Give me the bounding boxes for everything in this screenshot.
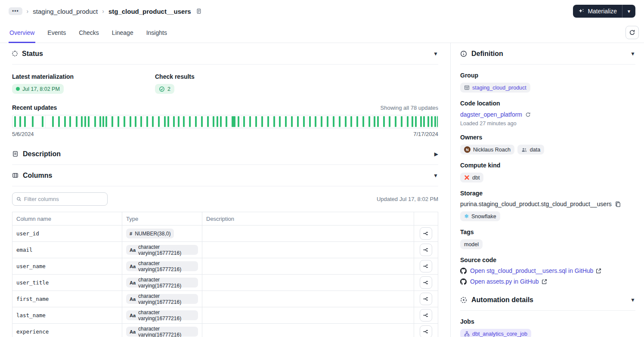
column-lineage-button[interactable] xyxy=(420,244,432,256)
materialization-tick[interactable] xyxy=(140,116,142,127)
tab-insights[interactable]: Insights xyxy=(146,25,168,43)
materialization-tick[interactable] xyxy=(94,116,96,127)
materialization-tick[interactable] xyxy=(32,116,34,127)
materialization-tick[interactable] xyxy=(401,116,402,127)
description-expand-chevron-icon[interactable]: ▶ xyxy=(434,151,438,157)
materialization-tick[interactable] xyxy=(420,116,422,127)
tab-lineage[interactable]: Lineage xyxy=(111,25,134,43)
materialization-tick[interactable] xyxy=(164,116,166,127)
tab-checks[interactable]: Checks xyxy=(78,25,100,43)
materialization-tick[interactable] xyxy=(315,116,316,127)
column-lineage-button[interactable] xyxy=(420,325,432,337)
materialization-tick[interactable] xyxy=(423,116,425,127)
materialization-tick[interactable] xyxy=(201,116,203,127)
materialization-tick[interactable] xyxy=(273,116,275,127)
materialization-tick[interactable] xyxy=(58,116,60,127)
materialization-tick[interactable] xyxy=(339,116,341,127)
status-collapse-chevron-icon[interactable]: ▼ xyxy=(433,51,438,57)
materialization-tick[interactable] xyxy=(111,116,113,127)
materialization-tick[interactable] xyxy=(167,116,169,127)
materialization-tick[interactable] xyxy=(383,116,385,127)
materialization-tick[interactable] xyxy=(350,116,352,127)
definition-collapse-chevron-icon[interactable]: ▼ xyxy=(630,51,635,57)
copy-asset-name-icon[interactable] xyxy=(195,8,202,15)
column-lineage-button[interactable] xyxy=(420,309,432,322)
materialization-tick[interactable] xyxy=(261,116,263,127)
materialization-tick[interactable] xyxy=(178,116,180,127)
materialization-tick[interactable] xyxy=(232,116,235,127)
materialization-tick[interactable] xyxy=(130,116,131,127)
automation-collapse-chevron-icon[interactable]: ▼ xyxy=(630,297,635,303)
materialization-tick[interactable] xyxy=(217,116,218,127)
materialization-tick[interactable] xyxy=(146,116,148,127)
materialization-tick[interactable] xyxy=(84,116,86,127)
materialization-tick[interactable] xyxy=(99,116,101,127)
latest-materialization-badge[interactable]: Jul 17, 8:02 PM xyxy=(12,84,64,94)
owner-team-badge[interactable]: data xyxy=(517,145,544,155)
materialization-tick[interactable] xyxy=(88,116,90,127)
materialization-tick[interactable] xyxy=(183,116,185,127)
materialization-tick[interactable] xyxy=(434,116,436,127)
materialization-tick[interactable] xyxy=(368,116,370,127)
tag-badge[interactable]: model xyxy=(460,239,483,249)
materialize-dropdown-button[interactable]: ▼ xyxy=(622,5,635,18)
recent-updates-timeline[interactable] xyxy=(12,115,438,128)
materialization-tick[interactable] xyxy=(267,116,269,127)
materialization-tick[interactable] xyxy=(377,116,379,127)
materialization-tick[interactable] xyxy=(374,116,375,127)
compute-kind-badge[interactable]: dbt xyxy=(460,173,483,182)
columns-collapse-chevron-icon[interactable]: ▼ xyxy=(433,173,438,179)
check-results-badge[interactable]: 2 xyxy=(155,84,174,94)
materialization-tick[interactable] xyxy=(412,116,413,127)
materialization-tick[interactable] xyxy=(81,116,83,127)
owner-user-badge[interactable]: N Nicklaus Roach xyxy=(460,145,514,155)
materialization-tick[interactable] xyxy=(42,116,43,127)
filter-columns-field[interactable] xyxy=(12,192,108,206)
materialization-tick[interactable] xyxy=(195,116,197,127)
storage-kind-badge[interactable]: ❄ Snowflake xyxy=(460,211,500,221)
column-lineage-button[interactable] xyxy=(420,293,432,305)
materialization-tick[interactable] xyxy=(285,116,287,127)
github-source-link[interactable]: Open assets.py in GitHub xyxy=(470,278,547,285)
materialization-tick[interactable] xyxy=(19,116,21,127)
materialization-tick[interactable] xyxy=(395,116,396,127)
materialization-tick[interactable] xyxy=(427,116,429,127)
materialization-tick[interactable] xyxy=(297,116,299,127)
materialization-tick[interactable] xyxy=(124,116,125,127)
materialization-tick[interactable] xyxy=(249,116,251,127)
breadcrumb-group-link[interactable]: staging_cloud_product xyxy=(33,8,98,15)
materialization-tick[interactable] xyxy=(213,116,214,127)
copy-storage-path-icon[interactable] xyxy=(615,201,621,207)
materialization-tick[interactable] xyxy=(321,116,322,127)
materialization-tick[interactable] xyxy=(291,116,293,127)
column-lineage-button[interactable] xyxy=(420,276,432,289)
github-source-link[interactable]: Open stg_cloud_product__users.sql in Git… xyxy=(470,267,601,274)
reload-icon[interactable] xyxy=(525,112,531,117)
tab-overview[interactable]: Overview xyxy=(9,25,35,43)
materialization-tick[interactable] xyxy=(243,116,245,127)
group-badge[interactable]: staging_cloud_product xyxy=(460,83,530,93)
materialization-tick[interactable] xyxy=(14,116,16,127)
materialization-tick[interactable] xyxy=(102,116,104,127)
column-lineage-button[interactable] xyxy=(420,260,432,272)
materialization-tick[interactable] xyxy=(407,116,409,127)
materialization-tick[interactable] xyxy=(437,116,438,127)
code-location-link[interactable]: dagster_open_platform xyxy=(460,111,531,118)
materialization-tick[interactable] xyxy=(118,116,119,127)
materialization-tick[interactable] xyxy=(152,116,154,127)
column-lineage-button[interactable] xyxy=(420,227,432,240)
materialization-tick[interactable] xyxy=(76,116,77,127)
materialization-tick[interactable] xyxy=(207,116,209,127)
materialization-tick[interactable] xyxy=(24,116,26,127)
materialization-tick[interactable] xyxy=(333,116,334,127)
description-section-header[interactable]: Description ▶ xyxy=(12,143,438,165)
materialization-tick[interactable] xyxy=(238,116,239,127)
breadcrumb-ellipsis-button[interactable]: ••• xyxy=(9,7,22,15)
materialization-tick[interactable] xyxy=(220,116,222,127)
materialization-tick[interactable] xyxy=(356,116,358,127)
materialization-tick[interactable] xyxy=(69,116,71,127)
materialization-tick[interactable] xyxy=(158,116,160,127)
materialization-tick[interactable] xyxy=(415,116,417,127)
materialization-tick[interactable] xyxy=(431,116,433,127)
materialization-tick[interactable] xyxy=(135,116,136,127)
